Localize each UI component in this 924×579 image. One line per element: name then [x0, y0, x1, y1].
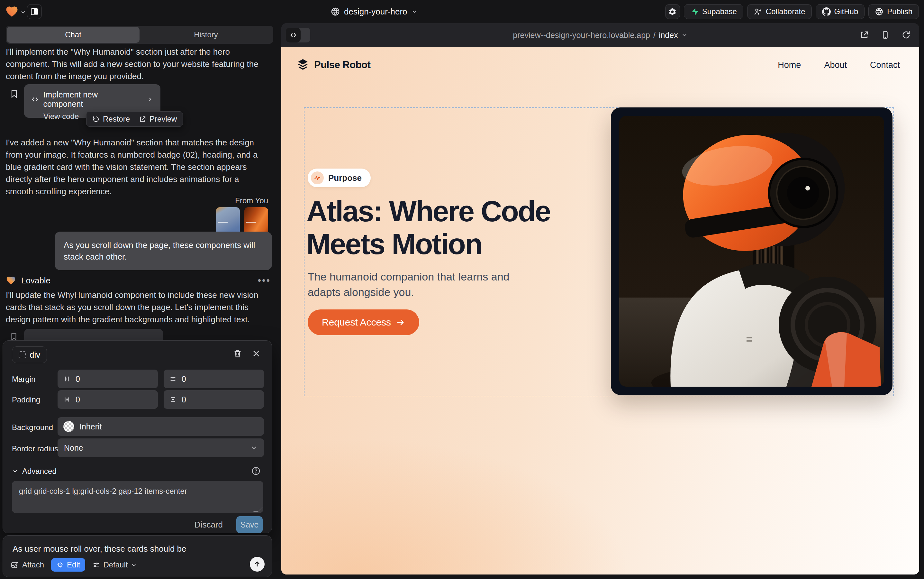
edit-mode-pill[interactable]: Edit	[51, 558, 85, 572]
chat-panel: Chat History I'll implement the "Why Hum…	[0, 23, 276, 579]
preview-page: index	[659, 31, 678, 40]
chat-mode-select[interactable]: Default	[92, 560, 137, 569]
chat-composer[interactable]: As user mouse roll over, these cards sho…	[3, 535, 272, 577]
project-chevron-down-icon	[411, 8, 418, 15]
site-header: Pulse Robot Home About Contact	[296, 55, 900, 75]
tab-chat[interactable]: Chat	[7, 27, 140, 43]
github-label: GitHub	[834, 7, 859, 16]
site-brand[interactable]: Pulse Robot	[296, 58, 371, 72]
nav-contact[interactable]: Contact	[870, 60, 900, 70]
padding-y-value: 0	[182, 395, 186, 404]
composer-draft-text[interactable]: As user mouse roll over, these cards sho…	[13, 544, 186, 554]
save-button[interactable]: Save	[236, 516, 263, 533]
attach-image-icon	[11, 561, 19, 569]
assistant-name: Lovable	[21, 276, 51, 286]
padding-label: Padding	[12, 395, 40, 404]
preview-version-button[interactable]: Preview	[139, 114, 177, 124]
app-topbar: design-your-hero Supabase Collaborate Gi…	[0, 0, 924, 23]
assistant-message-1: I'll implement the "Why Humanoid" sectio…	[6, 46, 264, 82]
preview-url-bar[interactable]: preview--design-your-hero.lovable.app / …	[281, 23, 919, 47]
padding-y-input[interactable]: 0	[164, 390, 264, 409]
margin-y-value: 0	[182, 375, 186, 384]
mode-chevron-down-icon	[131, 562, 137, 568]
open-preview-icon	[139, 116, 146, 123]
restore-button[interactable]: Restore	[92, 114, 130, 124]
message-menu-button[interactable]: •••	[258, 275, 271, 286]
background-input[interactable]: Inherit	[57, 417, 264, 436]
border-radius-value: None	[64, 443, 83, 453]
nav-home[interactable]: Home	[778, 60, 801, 70]
padding-x-value: 0	[75, 395, 80, 404]
bookmark-icon-partial	[10, 333, 18, 341]
sidebar-icon	[30, 7, 39, 16]
close-panel-button[interactable]	[252, 349, 261, 358]
purpose-badge-label: Purpose	[328, 173, 362, 183]
padding-x-input[interactable]: 0	[57, 390, 158, 409]
border-radius-label: Border radius	[12, 444, 58, 453]
globe-icon	[330, 7, 340, 16]
chat-history-tabs: Chat History	[6, 26, 273, 44]
github-icon	[822, 7, 831, 16]
site-nav: Home About Contact	[778, 60, 900, 70]
border-radius-select[interactable]: None	[57, 438, 264, 457]
hero-robot-card	[611, 108, 893, 395]
transparency-swatch-icon	[63, 421, 74, 432]
margin-x-input[interactable]: 0	[57, 370, 158, 388]
mobile-view-icon[interactable]	[881, 30, 890, 39]
padding-y-icon	[170, 396, 176, 403]
bookmark-icon[interactable]	[10, 90, 19, 98]
delete-element-button[interactable]	[233, 349, 242, 358]
restore-label: Restore	[103, 114, 130, 124]
project-selector[interactable]: design-your-hero	[330, 5, 418, 18]
arrow-up-icon	[253, 560, 261, 568]
logo-chevron-down-icon[interactable]	[20, 9, 26, 15]
publish-globe-icon	[875, 7, 883, 16]
send-button[interactable]	[250, 557, 264, 572]
request-access-button[interactable]: Request Access	[308, 309, 419, 335]
chevron-right-icon	[147, 96, 153, 103]
github-button[interactable]: GitHub	[816, 4, 865, 19]
background-label: Background	[12, 423, 53, 432]
element-style-panel: div Margin 0 0 Padding 0 0 Background In…	[3, 340, 272, 533]
discard-button[interactable]: Discard	[194, 520, 223, 530]
background-value: Inherit	[79, 422, 101, 431]
version-hover-toolbar: Restore Preview	[86, 111, 183, 127]
url-chevron-down-icon	[681, 32, 688, 38]
margin-label: Margin	[12, 375, 35, 384]
open-in-new-tab-icon[interactable]	[860, 30, 869, 39]
assistant-header: Lovable •••	[6, 274, 271, 287]
purpose-badge: Purpose	[308, 168, 371, 187]
preview-pane: preview--design-your-hero.lovable.app / …	[281, 23, 919, 574]
advanced-classes-textarea[interactable]: grid grid-cols-1 lg:grid-cols-2 gap-12 i…	[12, 481, 263, 513]
tab-history[interactable]: History	[140, 27, 272, 43]
supabase-button[interactable]: Supabase	[684, 4, 743, 19]
select-chevron-down-icon	[250, 444, 258, 451]
margin-y-input[interactable]: 0	[164, 370, 264, 388]
padding-x-icon	[63, 396, 70, 403]
help-icon[interactable]	[251, 466, 261, 476]
publish-button[interactable]: Publish	[868, 4, 919, 19]
margin-x-value: 0	[75, 375, 80, 384]
hero-headline: Atlas: Where Code Meets Motion	[306, 195, 573, 260]
edit-label: Edit	[67, 560, 80, 569]
settings-button[interactable]	[665, 4, 680, 19]
attach-button[interactable]: Attach	[11, 560, 44, 569]
hero-subheadline: The humanoid companion that learns and a…	[308, 269, 526, 300]
brand-name: Pulse Robot	[314, 59, 371, 71]
refresh-icon[interactable]	[901, 30, 911, 39]
nav-about[interactable]: About	[824, 60, 847, 70]
element-selection-icon	[19, 351, 26, 358]
cta-label: Request Access	[322, 317, 391, 328]
supabase-label: Supabase	[702, 7, 737, 16]
gear-icon	[668, 7, 677, 16]
pulse-icon-circle	[311, 172, 324, 184]
preview-topbar: preview--design-your-hero.lovable.app / …	[281, 23, 919, 47]
advanced-section-toggle[interactable]: Advanced	[12, 467, 57, 476]
preview-viewport: Pulse Robot Home About Contact Purpose A…	[281, 47, 919, 574]
target-icon	[56, 561, 64, 569]
selected-element-chip[interactable]: div	[12, 347, 47, 363]
lovable-logo-icon[interactable]	[5, 5, 19, 18]
sidebar-toggle-button[interactable]	[27, 4, 42, 19]
collaborate-button[interactable]: Collaborate	[747, 4, 812, 19]
margin-x-icon	[63, 375, 70, 383]
